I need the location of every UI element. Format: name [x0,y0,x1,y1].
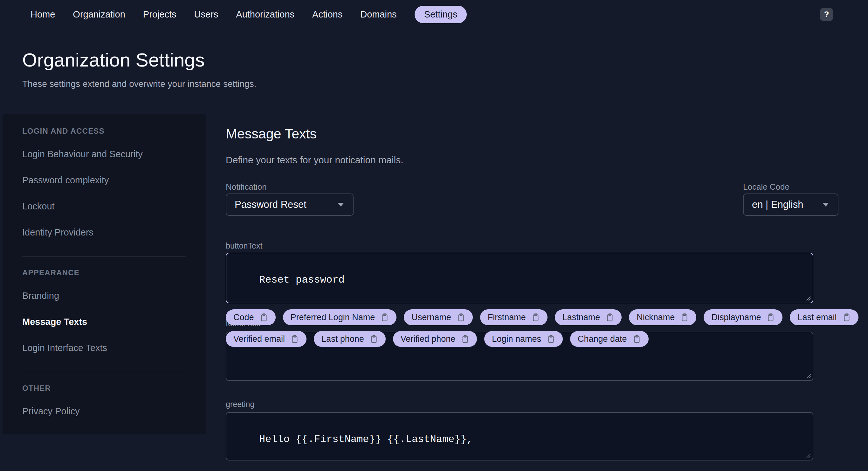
chip-label: Verified email [234,334,285,344]
clipboard-icon [380,313,390,322]
greeting-label: greeting [226,400,254,409]
nav-item-home[interactable]: Home [31,9,55,20]
clipboard-icon [259,313,269,322]
nav-item-projects[interactable]: Projects [143,9,177,20]
clipboard-icon [456,313,466,322]
chip-label: Firstname [488,313,526,322]
locale-selected-value: en | English [752,199,803,210]
chip-label: Verified phone [401,334,456,344]
chip-label: Displayname [711,313,761,322]
sidebar-item-login-interface-texts[interactable]: Login Interface Texts [22,343,206,353]
notification-label: Notification [226,182,267,192]
nav-item-users[interactable]: Users [194,9,218,20]
sidebar-section-other: OTHER [22,383,206,393]
locale-select[interactable]: en | English [743,194,838,216]
sidebar-divider [22,256,186,257]
chip-label: Nickname [637,313,675,322]
chip-label: Login names [492,334,541,344]
chip-verified-email[interactable]: Verified email [226,331,307,347]
chip-label: Last phone [321,334,364,344]
buttontext-textarea[interactable]: Reset password [226,253,813,303]
notification-selected-value: Password Reset [235,199,307,210]
chip-last-email[interactable]: Last email [790,309,858,325]
sidebar-divider [22,372,186,372]
page-header: Organization Settings These settings ext… [22,50,256,89]
resize-grip-icon[interactable] [805,295,811,301]
page-title: Organization Settings [22,50,256,71]
chip-label: Change date [578,334,627,344]
clipboard-icon [842,313,851,322]
sidebar-item-message-texts-active[interactable]: Message Texts [22,317,206,326]
chip-label: Last email [798,313,837,322]
chip-label: Username [411,313,451,322]
greeting-textarea[interactable]: Hello {{.FirstName}} {{.LastName}}, [226,412,813,461]
chip-change-date[interactable]: Change date [570,331,649,347]
chip-label: Preferred Login Name [290,313,375,322]
sidebar-section-login-and-access: LOGIN AND ACCESS [22,126,206,136]
buttontext-label: buttonText [226,241,262,251]
section-subtitle: Define your texts for your notication ma… [226,155,403,166]
notification-select[interactable]: Password Reset [226,194,353,216]
placeholder-chips-row-1: Code Preferred Login Name Username First… [226,309,859,325]
clipboard-icon [680,313,689,322]
sidebar-section-appearance: APPEARANCE [22,268,206,277]
message-texts-panel: Message Texts Define your texts for your… [226,0,859,471]
clipboard-icon [531,313,540,322]
clipboard-icon [605,313,615,322]
resize-grip-icon[interactable] [805,373,811,379]
chip-label: Lastname [562,313,600,322]
page-subtitle: These settings extend and overwrite your… [22,79,256,89]
section-title: Message Texts [226,126,317,142]
chip-firstname[interactable]: Firstname [480,309,548,325]
chip-preferred-login-name[interactable]: Preferred Login Name [283,309,397,325]
clipboard-icon [369,334,379,344]
chip-username[interactable]: Username [404,309,473,325]
settings-sidebar: LOGIN AND ACCESS Login Behaviour and Sec… [3,114,206,434]
chip-last-phone[interactable]: Last phone [314,331,386,347]
nav-item-organization[interactable]: Organization [73,9,125,20]
sidebar-item-privacy-policy[interactable]: Privacy Policy [22,406,206,416]
sidebar-item-password-complexity[interactable]: Password complexity [22,175,206,185]
clipboard-icon [290,334,300,344]
chip-label: Code [234,313,254,322]
locale-code-label: Locale Code [743,182,789,192]
clipboard-icon [632,334,642,344]
chevron-down-icon [822,202,830,207]
sidebar-item-login-behaviour-and-security[interactable]: Login Behaviour and Security [22,149,206,159]
clipboard-icon [546,334,556,344]
chevron-down-icon [337,202,345,207]
chip-verified-phone[interactable]: Verified phone [393,331,477,347]
sidebar-item-identity-providers[interactable]: Identity Providers [22,228,206,237]
resize-grip-icon[interactable] [805,452,811,459]
buttontext-value: Reset password [259,274,345,286]
clipboard-icon [460,334,470,344]
greeting-value: Hello {{.FirstName}} {{.LastName}}, [259,434,473,445]
sidebar-item-lockout[interactable]: Lockout [22,202,206,211]
chip-lastname[interactable]: Lastname [555,309,622,325]
chip-code[interactable]: Code [226,309,276,325]
chip-displayname[interactable]: Displayname [704,309,782,325]
chip-login-names[interactable]: Login names [484,331,563,347]
clipboard-icon [766,313,775,322]
sidebar-item-branding[interactable]: Branding [22,291,206,300]
chip-nickname[interactable]: Nickname [629,309,696,325]
placeholder-chips-row-2: Verified email Last phone Verified phone… [226,331,649,347]
